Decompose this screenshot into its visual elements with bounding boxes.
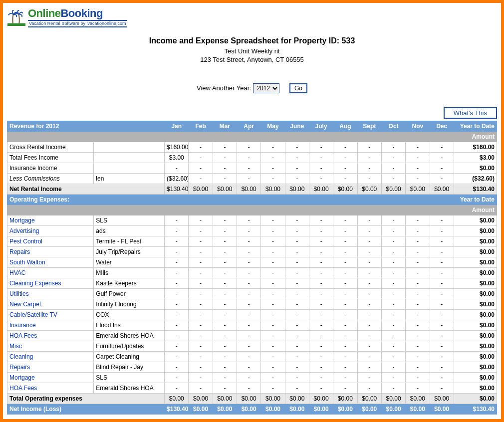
row-label[interactable]: Insurance — [7, 320, 94, 331]
cell-value: - — [430, 153, 454, 163]
row-label[interactable]: South Walton — [7, 257, 94, 268]
expense-category-link[interactable]: Cleaning Expenses — [9, 280, 61, 287]
table-row: HOA FeesEmerald Shores HOA------------$0… — [7, 331, 497, 341]
expense-category-link[interactable]: HVAC — [9, 269, 25, 276]
cell-value: - — [261, 320, 285, 331]
expense-category-link[interactable]: Misc — [9, 343, 22, 350]
cell-value: - — [285, 215, 309, 226]
row-label[interactable]: Utilities — [7, 289, 94, 299]
summary-value: $0.00 — [285, 404, 309, 415]
cell-value: - — [189, 174, 213, 184]
cell-value: - — [406, 278, 430, 289]
expense-category-link[interactable]: Utilities — [9, 290, 29, 297]
row-label[interactable]: New Carpet — [7, 299, 94, 310]
cell-value: - — [213, 247, 237, 257]
cell-value: - — [189, 247, 213, 257]
cell-value: - — [237, 289, 261, 299]
summary-value: $0.00 — [357, 184, 381, 195]
expense-category-link[interactable]: South Walton — [9, 259, 45, 266]
whats-this-button[interactable]: What's This — [444, 107, 497, 119]
row-label[interactable]: Cleaning — [7, 352, 94, 362]
cell-value: - — [381, 362, 405, 373]
year-select-dropdown[interactable]: 2012 — [253, 83, 279, 93]
row-label[interactable]: Pest Control — [7, 236, 94, 247]
row-label[interactable]: HOA Fees — [7, 331, 94, 341]
cell-value: - — [381, 142, 405, 153]
row-label[interactable]: HVAC — [7, 268, 94, 278]
cell-value: - — [189, 215, 213, 226]
cell-value: - — [357, 341, 381, 352]
cell-value: - — [213, 362, 237, 373]
summary-value: $0.00 — [357, 394, 381, 404]
row-label[interactable]: Repairs — [7, 247, 94, 257]
row-label[interactable]: HOA Fees — [7, 383, 94, 394]
expense-category-link[interactable]: Advertising — [9, 227, 39, 234]
cell-value: - — [189, 153, 213, 163]
expense-category-link[interactable]: Mortgage — [9, 217, 35, 224]
expense-category-link[interactable]: Cleaning — [9, 353, 33, 360]
row-label[interactable]: Cable/Satellite TV — [7, 310, 94, 320]
cell-value: - — [165, 236, 189, 247]
cell-value: - — [237, 341, 261, 352]
cell-value: - — [381, 383, 405, 394]
cell-value: - — [406, 226, 430, 236]
cell-value: - — [381, 352, 405, 362]
cell-value: - — [261, 226, 285, 236]
summary-ytd: $0.00 — [454, 394, 497, 404]
summary-value: $0.00 — [261, 184, 285, 195]
cell-value: - — [213, 310, 237, 320]
row-desc: Gulf Power — [94, 289, 165, 299]
cell-value: - — [381, 289, 405, 299]
expense-category-link[interactable]: HOA Fees — [9, 385, 37, 392]
cell-value: - — [381, 215, 405, 226]
expense-category-link[interactable]: Cable/Satellite TV — [9, 311, 57, 318]
cell-value: - — [237, 153, 261, 163]
summary-value: $0.00 — [285, 184, 309, 195]
row-label[interactable]: Misc — [7, 341, 94, 352]
cell-value: - — [333, 257, 357, 268]
cell-value: - — [285, 352, 309, 362]
cell-value: - — [261, 331, 285, 341]
row-label[interactable]: Mortgage — [7, 215, 94, 226]
cell-value: - — [189, 278, 213, 289]
cell-value: - — [261, 163, 285, 174]
cell-value: - — [165, 320, 189, 331]
month-header: Aug — [333, 121, 357, 132]
summary-value: $0.00 — [213, 404, 237, 415]
month-header: Mar — [213, 121, 237, 132]
expense-category-link[interactable]: HOA Fees — [9, 332, 37, 339]
cell-value: - — [237, 174, 261, 184]
cell-value: - — [261, 278, 285, 289]
cell-value: - — [406, 362, 430, 373]
expense-category-link[interactable]: Mortgage — [9, 374, 35, 381]
expense-category-link[interactable]: Repairs — [9, 364, 30, 371]
cell-value: - — [357, 373, 381, 383]
summary-value: $0.00 — [213, 184, 237, 195]
row-label[interactable]: Repairs — [7, 362, 94, 373]
summary-value: $0.00 — [309, 404, 333, 415]
expense-category-link[interactable]: Pest Control — [9, 238, 42, 245]
cell-value: - — [237, 236, 261, 247]
table-row: Gross Rental Income$160.00-----------$16… — [7, 142, 497, 153]
cell-value: - — [261, 310, 285, 320]
cell-value: - — [285, 341, 309, 352]
cell-value: - — [213, 236, 237, 247]
row-label[interactable]: Advertising — [7, 226, 94, 236]
summary-value: $0.00 — [406, 404, 430, 415]
row-label[interactable]: Mortgage — [7, 373, 94, 383]
expense-category-link[interactable]: Insurance — [9, 322, 36, 329]
expense-category-link[interactable]: New Carpet — [9, 301, 41, 308]
cell-value: - — [213, 268, 237, 278]
go-button[interactable]: Go — [289, 83, 307, 93]
cell-value: - — [430, 142, 454, 153]
cell-value: - — [381, 373, 405, 383]
summary-value: $0.00 — [309, 184, 333, 195]
cell-value: - — [333, 310, 357, 320]
palm-tree-icon — [7, 8, 26, 26]
month-header: Nov — [406, 121, 430, 132]
cell-value: - — [165, 310, 189, 320]
cell-value: - — [406, 383, 430, 394]
expense-category-link[interactable]: Repairs — [9, 248, 30, 255]
total-row-row: Total Operating expenses$0.00$0.00$0.00$… — [7, 394, 497, 404]
row-label[interactable]: Cleaning Expenses — [7, 278, 94, 289]
